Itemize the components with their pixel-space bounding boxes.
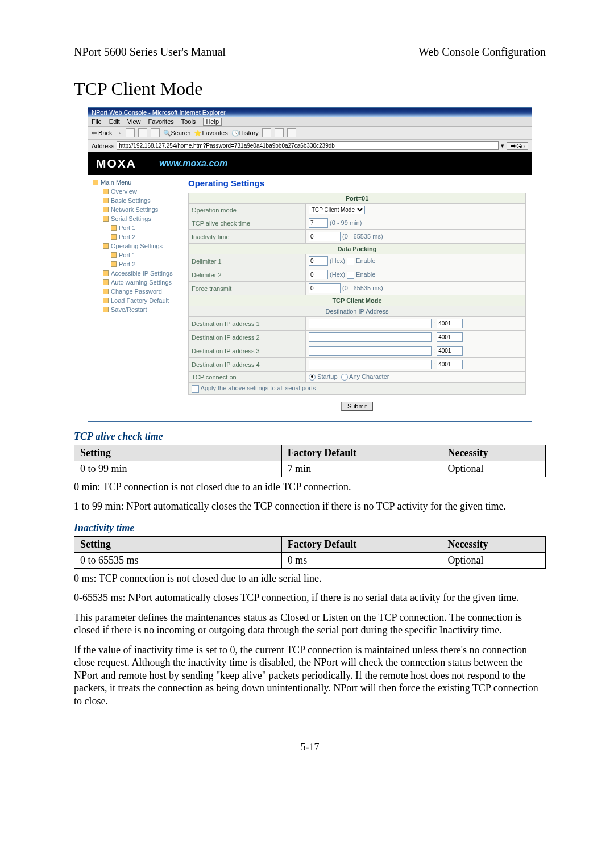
operation-mode-select[interactable]: TCP Client Mode [309,206,365,214]
folder-icon [103,243,109,249]
sidebar-serial-port-1[interactable]: Port 1 [88,223,182,232]
folder-icon [111,225,117,231]
t1-h3: Necessity [442,445,545,461]
sidebar-item-network-settings[interactable]: Network Settings [88,205,182,214]
delim2-enable-label: Enable [356,271,375,278]
subhead-tcp-alive: TCP alive check time [74,431,546,443]
band-data-packing: Data Packing [189,244,526,254]
sidebar-main-menu[interactable]: Main Menu [88,178,182,187]
dest2-ip-input[interactable] [309,332,432,342]
screenshot-window: NPort Web Console - Microsoft Internet E… [88,107,532,422]
tcp-alive-input[interactable] [309,218,328,228]
delim2-hex: (Hex) [330,271,345,278]
dest-ip-header: Destination IP Address [189,306,526,317]
back-button[interactable]: ⇦ Back [92,130,113,137]
row-delim1-label: Delimiter 1 [189,254,306,268]
t2-r1c2: 0 ms [281,552,442,568]
para-5: This parameter defines the maintenances … [74,611,546,637]
force-transmit-input[interactable] [309,283,341,293]
inactivity-input[interactable] [309,232,341,241]
sidebar-item-basic-settings[interactable]: Basic Settings [88,196,182,205]
sidebar-item-operating-settings[interactable]: Operating Settings [88,241,182,251]
submit-button[interactable]: Submit [341,402,373,411]
favorites-button[interactable]: ⭐Favorites [194,130,227,137]
folder-icon [111,261,117,267]
go-button[interactable]: ⮕Go [507,142,528,150]
mail-icon[interactable] [262,128,271,137]
band-tcp-client: TCP Client Mode [189,295,526,306]
moxa-logo: MOXA [96,157,136,170]
sidebar-serial-port-2[interactable]: Port 2 [88,232,182,241]
forward-button[interactable]: → [116,130,122,136]
folder-icon [111,234,117,240]
row-dest4-label: Destination IP address 4 [189,358,306,372]
sidebar-item-auto-warning[interactable]: Auto warning Settings [88,278,182,287]
edit-icon[interactable] [287,128,296,137]
menu-help[interactable]: Help [203,118,222,126]
dest4-ip-input[interactable] [309,360,432,369]
t2-r1c1: 0 to 65535 ms [74,552,282,568]
table-tcp-alive: Setting Factory Default Necessity 0 to 9… [74,445,546,477]
header-left: NPort 5600 Series User's Manual [74,45,226,59]
t1-r1c3: Optional [442,461,545,477]
delimiter2-input[interactable] [309,270,328,279]
dest2-port-input[interactable] [437,332,463,342]
print-icon[interactable] [275,128,284,137]
menu-file[interactable]: File [92,118,102,125]
row-tcpalive-label: TCP alive check time [189,216,306,230]
force-hint: (0 - 65535 ms) [342,285,383,291]
delimiter1-enable-checkbox[interactable] [347,258,354,265]
folder-icon [103,270,109,276]
para-6: If the value of inactivity time is set t… [74,644,546,708]
moxa-url: www.moxa.com [159,158,227,169]
radio-startup[interactable] [309,374,316,381]
sidebar-item-save-restart[interactable]: Save/Restart [88,305,182,314]
para-3: 0 ms: TCP connection is not closed due t… [74,572,546,585]
sidebar-item-accessible-ip[interactable]: Accessible IP Settings [88,269,182,278]
menu-tools[interactable]: Tools [181,118,196,125]
sidebar-item-serial-settings[interactable]: Serial Settings [88,214,182,223]
delim1-enable-label: Enable [356,257,375,264]
dest3-ip-input[interactable] [309,346,432,356]
dest4-port-input[interactable] [437,360,463,369]
tcp-alive-hint: (0 - 99 min) [330,219,362,226]
home-icon[interactable] [151,128,160,137]
delimiter1-input[interactable] [309,256,328,266]
folder-icon [111,252,117,258]
stop-icon[interactable] [126,128,135,137]
window-titlebar: NPort Web Console - Microsoft Internet E… [88,108,532,117]
sidebar-op-port-1[interactable]: Port 1 [88,251,182,260]
radio-startup-label: Startup [317,373,337,380]
dest1-ip-input[interactable] [309,319,432,328]
dest3-port-input[interactable] [437,346,463,356]
folder-icon [103,298,109,303]
settings-grid: Port=01 Operation mode TCP Client Mode T… [188,193,526,395]
menu-favorites[interactable]: Favorites [148,118,174,125]
address-input[interactable]: http://192.168.127.254/home.htm?Password… [117,141,499,150]
subhead-inactivity: Inactivity time [74,522,546,534]
history-button[interactable]: 🕓History [231,130,259,137]
menu-edit[interactable]: Edit [109,118,120,125]
t1-r1c1: 0 to 99 min [74,461,282,477]
refresh-icon[interactable] [138,128,147,137]
delimiter2-enable-checkbox[interactable] [347,272,354,279]
apply-all-label: Apply the above settings to all serial p… [200,385,316,391]
dest1-port-input[interactable] [437,319,463,328]
sidebar-item-change-password[interactable]: Change Password [88,287,182,296]
sidebar-item-overview[interactable]: Overview [88,187,182,196]
t2-h1: Setting [74,536,282,552]
menu-view[interactable]: View [127,118,141,125]
sidebar-item-load-factory-default[interactable]: Load Factory Default [88,296,182,305]
section-title: TCP Client Mode [74,78,546,99]
search-button[interactable]: 🔍Search [163,130,191,137]
header-right: Web Console Configuration [418,45,546,59]
table-inactivity: Setting Factory Default Necessity 0 to 6… [74,536,546,569]
inactivity-hint: (0 - 65535 ms) [342,233,383,240]
row-dest1-label: Destination IP address 1 [189,317,306,331]
apply-all-checkbox[interactable] [192,385,199,393]
folder-icon [93,180,98,185]
row-tcpconnect-label: TCP connect on [189,372,306,383]
address-dropdown-icon[interactable]: ▾ [501,142,504,149]
radio-any-character[interactable] [341,374,348,381]
sidebar-op-port-2[interactable]: Port 2 [88,260,182,269]
